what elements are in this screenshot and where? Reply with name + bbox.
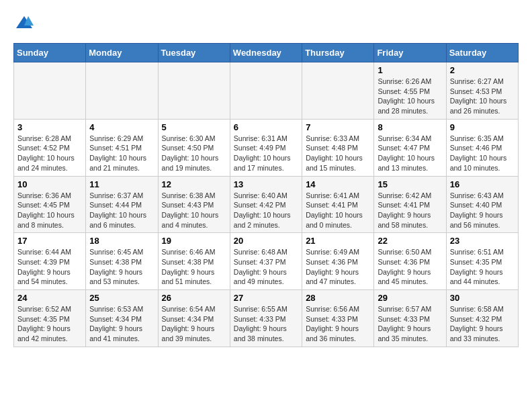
day-info: Sunrise: 6:54 AMSunset: 4:34 PMDaylight:… (162, 304, 226, 344)
calendar-cell: 24Sunrise: 6:52 AMSunset: 4:35 PMDayligh… (14, 290, 86, 347)
calendar-cell (158, 62, 230, 120)
day-number: 2 (450, 65, 515, 75)
day-number: 24 (17, 293, 82, 303)
calendar-week-2: 3Sunrise: 6:28 AMSunset: 4:52 PMDaylight… (14, 119, 519, 176)
day-info: Sunrise: 6:36 AMSunset: 4:45 PMDaylight:… (17, 191, 82, 230)
day-info: Sunrise: 6:26 AMSunset: 4:55 PMDaylight:… (378, 77, 442, 116)
day-info: Sunrise: 6:33 AMSunset: 4:48 PMDaylight:… (306, 134, 370, 173)
calendar-cell: 11Sunrise: 6:37 AMSunset: 4:44 PMDayligh… (86, 176, 158, 233)
day-info: Sunrise: 6:51 AMSunset: 4:35 PMDaylight:… (450, 247, 515, 287)
weekday-header-saturday: Saturday (446, 44, 518, 62)
day-number: 28 (306, 293, 370, 303)
page-header (13, 13, 519, 32)
day-number: 29 (378, 293, 442, 303)
logo-icon (15, 13, 34, 32)
day-info: Sunrise: 6:41 AMSunset: 4:41 PMDaylight:… (306, 191, 370, 230)
day-number: 8 (378, 122, 442, 132)
calendar-cell: 22Sunrise: 6:50 AMSunset: 4:36 PMDayligh… (374, 233, 446, 290)
day-info: Sunrise: 6:56 AMSunset: 4:33 PMDaylight:… (306, 304, 370, 344)
calendar-cell: 1Sunrise: 6:26 AMSunset: 4:55 PMDaylight… (374, 62, 446, 120)
calendar-cell: 12Sunrise: 6:38 AMSunset: 4:43 PMDayligh… (158, 176, 230, 233)
calendar-cell (86, 62, 158, 120)
day-info: Sunrise: 6:44 AMSunset: 4:39 PMDaylight:… (17, 247, 82, 287)
calendar-cell: 5Sunrise: 6:30 AMSunset: 4:50 PMDaylight… (158, 119, 230, 176)
day-info: Sunrise: 6:46 AMSunset: 4:38 PMDaylight:… (162, 247, 226, 287)
calendar-cell: 14Sunrise: 6:41 AMSunset: 4:41 PMDayligh… (302, 176, 374, 233)
day-number: 4 (89, 122, 154, 132)
calendar-cell: 9Sunrise: 6:35 AMSunset: 4:46 PMDaylight… (446, 119, 518, 176)
calendar-week-5: 24Sunrise: 6:52 AMSunset: 4:35 PMDayligh… (14, 290, 519, 347)
calendar-cell: 30Sunrise: 6:58 AMSunset: 4:32 PMDayligh… (446, 290, 518, 347)
day-number: 14 (306, 179, 370, 189)
weekday-header-tuesday: Tuesday (158, 44, 230, 62)
weekday-header-thursday: Thursday (302, 44, 374, 62)
calendar-cell (230, 62, 302, 120)
day-info: Sunrise: 6:40 AMSunset: 4:42 PMDaylight:… (234, 191, 298, 230)
day-number: 7 (306, 122, 370, 132)
day-number: 12 (162, 179, 226, 189)
day-info: Sunrise: 6:27 AMSunset: 4:53 PMDaylight:… (450, 77, 515, 116)
calendar-cell: 26Sunrise: 6:54 AMSunset: 4:34 PMDayligh… (158, 290, 230, 347)
weekday-header-sunday: Sunday (14, 44, 86, 62)
day-info: Sunrise: 6:57 AMSunset: 4:33 PMDaylight:… (378, 304, 442, 344)
day-number: 20 (234, 236, 298, 246)
day-number: 13 (234, 179, 298, 189)
day-info: Sunrise: 6:52 AMSunset: 4:35 PMDaylight:… (17, 304, 82, 344)
day-number: 16 (450, 179, 515, 189)
calendar-cell: 10Sunrise: 6:36 AMSunset: 4:45 PMDayligh… (14, 176, 86, 233)
calendar-table: SundayMondayTuesdayWednesdayThursdayFrid… (13, 43, 519, 347)
day-info: Sunrise: 6:45 AMSunset: 4:38 PMDaylight:… (89, 247, 154, 287)
day-info: Sunrise: 6:30 AMSunset: 4:50 PMDaylight:… (162, 134, 226, 173)
day-info: Sunrise: 6:37 AMSunset: 4:44 PMDaylight:… (89, 191, 154, 230)
calendar-cell: 6Sunrise: 6:31 AMSunset: 4:49 PMDaylight… (230, 119, 302, 176)
calendar-cell: 23Sunrise: 6:51 AMSunset: 4:35 PMDayligh… (446, 233, 518, 290)
day-number: 23 (450, 236, 515, 246)
calendar-cell (302, 62, 374, 120)
weekday-header-monday: Monday (86, 44, 158, 62)
calendar-cell: 3Sunrise: 6:28 AMSunset: 4:52 PMDaylight… (14, 119, 86, 176)
calendar-week-4: 17Sunrise: 6:44 AMSunset: 4:39 PMDayligh… (14, 233, 519, 290)
day-number: 25 (89, 293, 154, 303)
calendar-week-3: 10Sunrise: 6:36 AMSunset: 4:45 PMDayligh… (14, 176, 519, 233)
day-number: 17 (17, 236, 82, 246)
day-info: Sunrise: 6:49 AMSunset: 4:36 PMDaylight:… (306, 247, 370, 287)
weekday-header-wednesday: Wednesday (230, 44, 302, 62)
day-info: Sunrise: 6:48 AMSunset: 4:37 PMDaylight:… (234, 247, 298, 287)
calendar-cell: 2Sunrise: 6:27 AMSunset: 4:53 PMDaylight… (446, 62, 518, 120)
day-number: 9 (450, 122, 515, 132)
logo (13, 13, 34, 32)
day-number: 26 (162, 293, 226, 303)
calendar-week-1: 1Sunrise: 6:26 AMSunset: 4:55 PMDaylight… (14, 62, 519, 120)
day-number: 11 (89, 179, 154, 189)
weekday-header-friday: Friday (374, 44, 446, 62)
day-info: Sunrise: 6:38 AMSunset: 4:43 PMDaylight:… (162, 191, 226, 230)
day-info: Sunrise: 6:35 AMSunset: 4:46 PMDaylight:… (450, 134, 515, 173)
day-info: Sunrise: 6:58 AMSunset: 4:32 PMDaylight:… (450, 304, 515, 344)
logo-text (13, 13, 34, 32)
day-info: Sunrise: 6:29 AMSunset: 4:51 PMDaylight:… (89, 134, 154, 173)
day-number: 3 (17, 122, 82, 132)
day-number: 5 (162, 122, 226, 132)
calendar-cell: 16Sunrise: 6:43 AMSunset: 4:40 PMDayligh… (446, 176, 518, 233)
day-info: Sunrise: 6:55 AMSunset: 4:33 PMDaylight:… (234, 304, 298, 344)
calendar-cell: 27Sunrise: 6:55 AMSunset: 4:33 PMDayligh… (230, 290, 302, 347)
day-info: Sunrise: 6:34 AMSunset: 4:47 PMDaylight:… (378, 134, 442, 173)
calendar-cell: 8Sunrise: 6:34 AMSunset: 4:47 PMDaylight… (374, 119, 446, 176)
calendar-cell: 19Sunrise: 6:46 AMSunset: 4:38 PMDayligh… (158, 233, 230, 290)
calendar-cell: 4Sunrise: 6:29 AMSunset: 4:51 PMDaylight… (86, 119, 158, 176)
day-number: 18 (89, 236, 154, 246)
day-number: 6 (234, 122, 298, 132)
day-info: Sunrise: 6:50 AMSunset: 4:36 PMDaylight:… (378, 247, 442, 287)
calendar-cell (14, 62, 86, 120)
calendar-cell: 18Sunrise: 6:45 AMSunset: 4:38 PMDayligh… (86, 233, 158, 290)
day-info: Sunrise: 6:28 AMSunset: 4:52 PMDaylight:… (17, 134, 82, 173)
day-info: Sunrise: 6:42 AMSunset: 4:41 PMDaylight:… (378, 191, 442, 230)
calendar-cell: 28Sunrise: 6:56 AMSunset: 4:33 PMDayligh… (302, 290, 374, 347)
calendar-cell: 15Sunrise: 6:42 AMSunset: 4:41 PMDayligh… (374, 176, 446, 233)
day-number: 27 (234, 293, 298, 303)
day-number: 30 (450, 293, 515, 303)
day-number: 10 (17, 179, 82, 189)
day-number: 22 (378, 236, 442, 246)
calendar-cell: 7Sunrise: 6:33 AMSunset: 4:48 PMDaylight… (302, 119, 374, 176)
weekday-header-row: SundayMondayTuesdayWednesdayThursdayFrid… (14, 44, 519, 62)
